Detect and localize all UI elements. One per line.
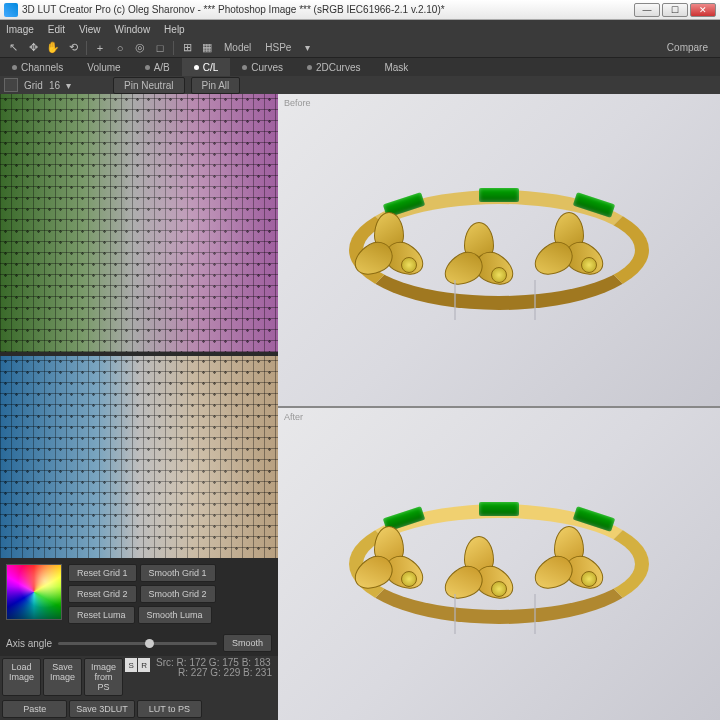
maximize-button[interactable]: ☐: [662, 3, 688, 17]
color-grid-2[interactable]: [0, 356, 278, 558]
reset-luma-button[interactable]: Reset Luma: [68, 606, 135, 624]
menu-help[interactable]: Help: [164, 24, 185, 35]
preview-panel: Before After: [278, 94, 720, 720]
save-3dlut-button[interactable]: Save 3DLUT: [69, 700, 134, 718]
tool-move-icon[interactable]: ✥: [24, 40, 42, 56]
after-label: After: [284, 412, 303, 422]
model-label: Model: [224, 42, 251, 53]
r-toggle[interactable]: R: [138, 658, 150, 672]
compare-button[interactable]: Compare: [667, 42, 708, 53]
tab-2dcurves[interactable]: 2DCurves: [295, 58, 372, 76]
tab-ab[interactable]: A/B: [133, 58, 182, 76]
tab-bar: Channels Volume A/B C/L Curves 2DCurves …: [0, 58, 720, 76]
jewelry-image: [334, 160, 664, 340]
s-toggle[interactable]: S: [125, 658, 137, 672]
close-button[interactable]: ✕: [690, 3, 716, 17]
menu-image[interactable]: Image: [6, 24, 34, 35]
tool-hand-icon[interactable]: ✋: [44, 40, 62, 56]
smooth-luma-button[interactable]: Smooth Luma: [138, 606, 212, 624]
tool-square-icon[interactable]: □: [151, 40, 169, 56]
pin-neutral-button[interactable]: Pin Neutral: [113, 77, 184, 94]
axis-label: Axis angle: [6, 638, 52, 649]
tool-circle-icon[interactable]: ○: [111, 40, 129, 56]
tab-curves[interactable]: Curves: [230, 58, 295, 76]
jewelry-image: [334, 474, 664, 654]
axis-slider[interactable]: [58, 642, 217, 645]
tab-volume[interactable]: Volume: [75, 58, 132, 76]
paste-button[interactable]: Paste: [2, 700, 67, 718]
tool-grid-icon[interactable]: ⊞: [178, 40, 196, 56]
app-icon: [4, 3, 18, 17]
preview-after[interactable]: After: [278, 408, 720, 720]
hsp-dropdown[interactable]: HSPe: [265, 42, 291, 53]
save-image-button[interactable]: Save Image: [43, 658, 82, 696]
minimize-button[interactable]: —: [634, 3, 660, 17]
load-image-button[interactable]: Load Image: [2, 658, 41, 696]
tool-arrow-icon[interactable]: ↖: [4, 40, 22, 56]
pin-all-button[interactable]: Pin All: [191, 77, 241, 94]
color-grid-1[interactable]: [0, 94, 278, 352]
reset-grid1-button[interactable]: Reset Grid 1: [68, 564, 137, 582]
sub-toolbar: Grid 16 ▾ Pin Neutral Pin All: [0, 76, 720, 94]
grid-value[interactable]: 16: [49, 80, 60, 91]
smooth-grid1-button[interactable]: Smooth Grid 1: [140, 564, 216, 582]
reset-grid2-button[interactable]: Reset Grid 2: [68, 585, 137, 603]
menu-bar: Image Edit View Window Help: [0, 20, 720, 38]
tool-rotate-icon[interactable]: ⟲: [64, 40, 82, 56]
toolbar: ↖ ✥ ✋ ⟲ + ○ ◎ □ ⊞ ▦ Model HSPe ▾ Compare: [0, 38, 720, 58]
preview-before[interactable]: Before: [278, 94, 720, 406]
tab-channels[interactable]: Channels: [0, 58, 75, 76]
image-from-ps-button[interactable]: Image from PS: [84, 658, 123, 696]
menu-edit[interactable]: Edit: [48, 24, 65, 35]
tab-mask[interactable]: Mask: [372, 58, 420, 76]
tool-mesh-icon[interactable]: ▦: [198, 40, 216, 56]
title-bar: 3D LUT Creator Pro (c) Oleg Sharonov - *…: [0, 0, 720, 20]
grid-label: Grid: [24, 80, 43, 91]
before-label: Before: [284, 98, 311, 108]
color-readout: Src: R: 172 G: 175 B: 183 R: 227 G: 229 …: [152, 658, 276, 696]
tool-target-icon[interactable]: ◎: [131, 40, 149, 56]
menu-view[interactable]: View: [79, 24, 101, 35]
menu-window[interactable]: Window: [115, 24, 151, 35]
lut-to-ps-button[interactable]: LUT to PS: [137, 700, 202, 718]
grid-toggle-icon[interactable]: [4, 78, 18, 92]
tab-cl[interactable]: C/L: [182, 58, 231, 76]
smooth-grid2-button[interactable]: Smooth Grid 2: [140, 585, 216, 603]
smooth-button[interactable]: Smooth: [223, 634, 272, 652]
window-title: 3D LUT Creator Pro (c) Oleg Sharonov - *…: [22, 4, 634, 15]
left-panel: Reset Grid 1 Smooth Grid 1 Reset Grid 2 …: [0, 94, 278, 720]
tool-plus-icon[interactable]: +: [91, 40, 109, 56]
color-wheel[interactable]: [6, 564, 62, 620]
